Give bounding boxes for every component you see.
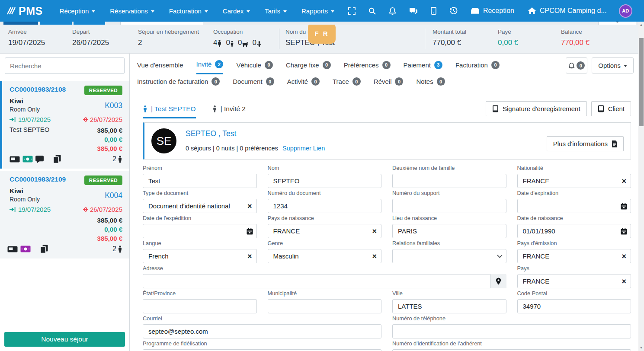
courriel-input[interactable] (143, 324, 381, 338)
fullscreen-icon[interactable] (342, 7, 362, 15)
menu-reservations[interactable]: Réservations (103, 0, 162, 22)
guest-full-name[interactable]: SEPTEO , Test (186, 129, 325, 138)
municipalite-input[interactable] (268, 299, 382, 313)
guest-tab-test-septeo[interactable]: | Test SEPTEO (143, 105, 196, 118)
tab-instruction-facturation[interactable]: Instruction de facturation0 (137, 77, 220, 91)
tab-trace[interactable]: Trace0 (333, 77, 361, 91)
alerts-bell-button[interactable]: 0 (566, 57, 587, 73)
menu-reception[interactable]: Réception (52, 0, 103, 22)
history-icon[interactable] (443, 7, 464, 15)
search-icon[interactable] (362, 7, 382, 15)
menu-tarifs[interactable]: Tarifs (257, 0, 294, 22)
chevron-down-icon[interactable] (497, 255, 503, 258)
date-expedition-input[interactable] (143, 224, 257, 238)
tab-notes[interactable]: Notes0 (416, 77, 445, 91)
nationalite-input[interactable] (517, 174, 631, 188)
card-terminal-icon[interactable] (10, 156, 20, 163)
prenom-input[interactable] (143, 174, 257, 188)
payment-money-icon[interactable] (20, 246, 31, 252)
chat-icon[interactable] (403, 7, 424, 15)
clear-icon[interactable]: × (372, 227, 377, 235)
geolocate-button[interactable] (490, 274, 506, 288)
property-selector[interactable]: CPCOM Camping d... (521, 7, 614, 15)
clear-icon[interactable]: × (247, 252, 252, 260)
etat-province-input[interactable] (143, 299, 257, 313)
reservation-number[interactable]: CC00001983/2108 (10, 86, 66, 93)
client-button[interactable]: Client (591, 101, 631, 116)
copy-documents-icon[interactable] (40, 245, 48, 253)
field-deuxieme-nom: Deuxième nom de famille (392, 163, 506, 188)
menu-cardex[interactable]: Cardex (215, 0, 257, 22)
tab-facturation[interactable]: Facturation0 (455, 60, 500, 74)
ville-input[interactable] (392, 299, 506, 313)
search-input[interactable] (5, 57, 125, 74)
genre-input[interactable] (268, 249, 382, 263)
tab-charge-fixe[interactable]: Charge fixe0 (286, 60, 331, 74)
langue-input[interactable] (143, 249, 257, 263)
reception-desk-button[interactable]: Reception (464, 7, 521, 15)
app-logo[interactable]: PMS (6, 5, 43, 17)
nationality-flag-badge[interactable]: F R (308, 23, 336, 44)
pays-input[interactable] (517, 274, 631, 288)
numero-support-input[interactable] (392, 199, 506, 213)
page-scrollbar[interactable]: ▲ ▼ (638, 22, 644, 351)
tab-vehicule[interactable]: Véhicule0 (236, 60, 273, 74)
clear-icon[interactable]: × (622, 177, 626, 185)
menu-rapports[interactable]: Rapports (294, 0, 342, 22)
options-button[interactable]: Options (592, 57, 634, 73)
tab-preferences[interactable]: Préférences0 (344, 60, 391, 74)
code-postal-input[interactable] (517, 299, 631, 313)
notifications-bell-icon[interactable] (382, 7, 403, 15)
tab-reveil[interactable]: Réveil0 (374, 77, 404, 91)
clear-icon[interactable]: × (622, 252, 626, 260)
tab-document[interactable]: Document0 (233, 77, 274, 91)
copy-documents-icon[interactable] (53, 155, 61, 163)
pays-naissance-input[interactable] (268, 224, 382, 238)
tab-activite[interactable]: Activité0 (287, 77, 320, 91)
clipped-tab-fragment (3, 22, 38, 25)
type-document-input[interactable] (143, 199, 257, 213)
clear-icon[interactable]: × (622, 278, 626, 285)
adresse-input[interactable] (143, 274, 506, 288)
scrollbar-thumb[interactable] (639, 38, 644, 126)
more-information-button[interactable]: Plus d'informations (547, 136, 624, 151)
reservation-card[interactable]: CC00001983/2108 RESERVED Kiwi Room Only … (0, 81, 129, 169)
relations-familiales-select[interactable] (392, 249, 506, 263)
field-pays-emission: Pays d'émission × (517, 238, 631, 263)
nom-input[interactable] (268, 174, 382, 188)
field-relations-familiales: Relations familiales (392, 238, 506, 263)
scroll-up-arrow[interactable]: ▲ (638, 23, 644, 27)
lieu-naissance-input[interactable] (392, 224, 506, 238)
registration-signature-button[interactable]: Signature d'enregistrement (486, 101, 587, 116)
numero-adherent-input[interactable] (392, 349, 631, 351)
deuxieme-nom-input[interactable] (392, 174, 506, 188)
menu-facturation[interactable]: Facturation (162, 0, 215, 22)
payment-money-icon[interactable] (22, 156, 33, 163)
scroll-down-arrow[interactable]: ▼ (638, 346, 644, 350)
pays-emission-input[interactable] (517, 249, 631, 263)
calendar-icon[interactable] (621, 228, 627, 235)
mobile-device-icon[interactable] (424, 7, 443, 15)
clear-icon[interactable]: × (372, 252, 377, 260)
tab-vue-densemble[interactable]: Vue d'ensemble (137, 60, 183, 74)
new-stay-button[interactable]: Nouveau séjour (4, 332, 125, 347)
remove-link-button[interactable]: Supprimer Lien (282, 145, 325, 152)
date-expiration-input[interactable] (517, 199, 631, 213)
tab-paiement[interactable]: Paiement3 (404, 60, 442, 74)
programme-fidelisation-select[interactable] (143, 349, 381, 351)
guest-tab-invite-2[interactable]: | Invité 2 (212, 105, 246, 118)
numero-document-input[interactable] (268, 199, 382, 213)
calendar-icon[interactable] (247, 228, 253, 235)
apps-grid-icon[interactable] (638, 7, 644, 15)
card-terminal-icon[interactable] (7, 246, 18, 253)
comment-icon[interactable] (35, 156, 44, 163)
telephone-input[interactable] (392, 324, 631, 338)
user-avatar[interactable]: AD (619, 4, 632, 18)
date-naissance-input[interactable] (517, 224, 631, 238)
tab-invite[interactable]: Invité2 (196, 60, 224, 74)
reservation-card[interactable]: CC00001983/2109 RESERVED Kiwi Room Only … (0, 171, 129, 258)
calendar-icon[interactable] (621, 203, 627, 210)
clear-icon[interactable]: × (247, 202, 252, 210)
reservation-number[interactable]: CC00001983/2109 (10, 176, 66, 183)
departure-date: 26/07/2025 (90, 116, 122, 123)
